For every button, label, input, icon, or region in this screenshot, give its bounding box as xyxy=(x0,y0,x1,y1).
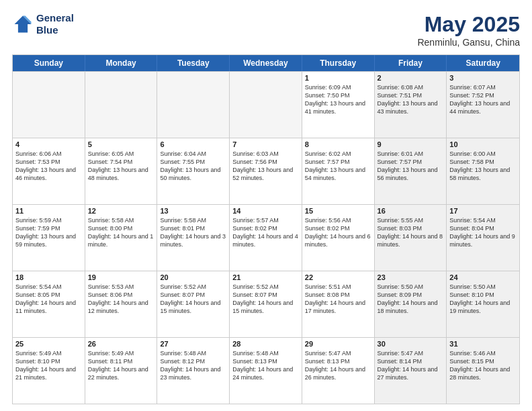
day-number: 29 xyxy=(305,340,371,348)
day-number: 26 xyxy=(88,340,154,348)
cell-info: Sunrise: 5:52 AMSunset: 8:07 PMDaylight:… xyxy=(160,283,226,316)
cell-info: Sunrise: 5:52 AMSunset: 8:07 PMDaylight:… xyxy=(232,283,299,316)
day-cell-3: 3Sunrise: 6:07 AMSunset: 7:52 PMDaylight… xyxy=(447,72,519,138)
header-day-friday: Friday xyxy=(375,55,447,71)
day-cell-7: 7Sunrise: 6:03 AMSunset: 7:56 PMDaylight… xyxy=(230,138,302,204)
day-number: 19 xyxy=(88,273,154,281)
day-number: 17 xyxy=(449,207,517,215)
day-number: 30 xyxy=(378,340,444,348)
cell-info: Sunrise: 5:49 AMSunset: 8:10 PMDaylight:… xyxy=(15,349,82,382)
page: General Blue May 2025 Renminlu, Gansu, C… xyxy=(0,0,532,411)
empty-cell xyxy=(157,72,230,138)
cell-info: Sunrise: 6:06 AMSunset: 7:53 PMDaylight:… xyxy=(15,150,82,183)
cell-info: Sunrise: 5:49 AMSunset: 8:11 PMDaylight:… xyxy=(88,349,154,382)
day-cell-5: 5Sunrise: 6:05 AMSunset: 7:54 PMDaylight… xyxy=(85,138,158,204)
day-number: 13 xyxy=(160,207,226,215)
day-cell-6: 6Sunrise: 6:04 AMSunset: 7:55 PMDaylight… xyxy=(157,138,230,204)
cell-info: Sunrise: 5:53 AMSunset: 8:06 PMDaylight:… xyxy=(88,283,154,316)
cell-info: Sunrise: 5:55 AMSunset: 8:03 PMDaylight:… xyxy=(378,216,444,249)
title-block: May 2025 Renminlu, Gansu, China xyxy=(417,12,520,48)
calendar-header-row: SundayMondayTuesdayWednesdayThursdayFrid… xyxy=(13,55,519,71)
day-cell-8: 8Sunrise: 6:02 AMSunset: 7:57 PMDaylight… xyxy=(302,138,375,204)
month-title: May 2025 xyxy=(417,12,520,37)
day-number: 5 xyxy=(88,140,154,148)
header-day-tuesday: Tuesday xyxy=(157,55,230,71)
cell-info: Sunrise: 6:04 AMSunset: 7:55 PMDaylight:… xyxy=(160,150,226,183)
cell-info: Sunrise: 5:59 AMSunset: 7:59 PMDaylight:… xyxy=(15,216,82,249)
cell-info: Sunrise: 5:47 AMSunset: 8:13 PMDaylight:… xyxy=(305,349,371,382)
day-cell-25: 25Sunrise: 5:49 AMSunset: 8:10 PMDayligh… xyxy=(13,338,85,404)
cell-info: Sunrise: 6:03 AMSunset: 7:56 PMDaylight:… xyxy=(232,150,299,183)
cell-info: Sunrise: 5:51 AMSunset: 8:08 PMDaylight:… xyxy=(305,283,371,316)
header-day-monday: Monday xyxy=(85,55,158,71)
cal-row-2: 11Sunrise: 5:59 AMSunset: 7:59 PMDayligh… xyxy=(13,204,519,271)
day-number: 9 xyxy=(378,140,444,148)
calendar-body: 1Sunrise: 6:09 AMSunset: 7:50 PMDaylight… xyxy=(13,71,519,404)
cell-info: Sunrise: 6:07 AMSunset: 7:52 PMDaylight:… xyxy=(449,83,517,116)
cal-row-1: 4Sunrise: 6:06 AMSunset: 7:53 PMDaylight… xyxy=(13,138,519,204)
day-cell-27: 27Sunrise: 5:48 AMSunset: 8:12 PMDayligh… xyxy=(157,338,230,404)
day-cell-23: 23Sunrise: 5:50 AMSunset: 8:09 PMDayligh… xyxy=(375,271,447,337)
day-number: 31 xyxy=(449,340,517,348)
cell-info: Sunrise: 5:46 AMSunset: 8:15 PMDaylight:… xyxy=(449,349,517,382)
day-cell-18: 18Sunrise: 5:54 AMSunset: 8:05 PMDayligh… xyxy=(13,271,85,337)
cell-info: Sunrise: 6:09 AMSunset: 7:50 PMDaylight:… xyxy=(305,83,371,116)
cell-info: Sunrise: 5:47 AMSunset: 8:14 PMDaylight:… xyxy=(378,349,444,382)
cell-info: Sunrise: 5:56 AMSunset: 8:02 PMDaylight:… xyxy=(305,216,371,249)
day-number: 14 xyxy=(232,207,299,215)
empty-cell xyxy=(230,72,302,138)
cell-info: Sunrise: 5:58 AMSunset: 8:01 PMDaylight:… xyxy=(160,216,226,249)
cell-info: Sunrise: 5:54 AMSunset: 8:04 PMDaylight:… xyxy=(449,216,517,249)
day-cell-20: 20Sunrise: 5:52 AMSunset: 8:07 PMDayligh… xyxy=(157,271,230,337)
day-number: 12 xyxy=(88,207,154,215)
cal-row-3: 18Sunrise: 5:54 AMSunset: 8:05 PMDayligh… xyxy=(13,271,519,337)
day-cell-2: 2Sunrise: 6:08 AMSunset: 7:51 PMDaylight… xyxy=(375,72,447,138)
day-number: 11 xyxy=(15,207,82,215)
day-cell-10: 10Sunrise: 6:00 AMSunset: 7:58 PMDayligh… xyxy=(447,138,519,204)
cal-row-4: 25Sunrise: 5:49 AMSunset: 8:10 PMDayligh… xyxy=(13,337,519,404)
day-number: 20 xyxy=(160,273,226,281)
header-day-sunday: Sunday xyxy=(13,55,85,71)
calendar: SundayMondayTuesdayWednesdayThursdayFrid… xyxy=(12,54,520,404)
cell-info: Sunrise: 5:50 AMSunset: 8:09 PMDaylight:… xyxy=(378,283,444,316)
day-cell-13: 13Sunrise: 5:58 AMSunset: 8:01 PMDayligh… xyxy=(157,205,230,271)
logo: General Blue xyxy=(12,12,74,36)
logo-icon xyxy=(12,13,34,35)
day-cell-31: 31Sunrise: 5:46 AMSunset: 8:15 PMDayligh… xyxy=(447,338,519,404)
header-day-thursday: Thursday xyxy=(302,55,375,71)
day-cell-21: 21Sunrise: 5:52 AMSunset: 8:07 PMDayligh… xyxy=(230,271,302,337)
day-number: 7 xyxy=(232,140,299,148)
day-number: 1 xyxy=(305,74,371,82)
day-cell-22: 22Sunrise: 5:51 AMSunset: 8:08 PMDayligh… xyxy=(302,271,375,337)
cell-info: Sunrise: 5:50 AMSunset: 8:10 PMDaylight:… xyxy=(449,283,517,316)
day-cell-11: 11Sunrise: 5:59 AMSunset: 7:59 PMDayligh… xyxy=(13,205,85,271)
day-number: 3 xyxy=(449,74,517,82)
header: General Blue May 2025 Renminlu, Gansu, C… xyxy=(12,12,520,48)
day-number: 16 xyxy=(378,207,444,215)
day-number: 8 xyxy=(305,140,371,148)
location-subtitle: Renminlu, Gansu, China xyxy=(417,37,520,48)
day-number: 28 xyxy=(232,340,299,348)
day-number: 2 xyxy=(378,74,444,82)
day-cell-4: 4Sunrise: 6:06 AMSunset: 7:53 PMDaylight… xyxy=(13,138,85,204)
empty-cell xyxy=(13,72,85,138)
cell-info: Sunrise: 6:08 AMSunset: 7:51 PMDaylight:… xyxy=(378,83,444,116)
day-cell-29: 29Sunrise: 5:47 AMSunset: 8:13 PMDayligh… xyxy=(302,338,375,404)
header-day-wednesday: Wednesday xyxy=(230,55,302,71)
cell-info: Sunrise: 6:01 AMSunset: 7:57 PMDaylight:… xyxy=(378,150,444,183)
cell-info: Sunrise: 5:54 AMSunset: 8:05 PMDaylight:… xyxy=(15,283,82,316)
cell-info: Sunrise: 5:58 AMSunset: 8:00 PMDaylight:… xyxy=(88,216,154,249)
day-cell-9: 9Sunrise: 6:01 AMSunset: 7:57 PMDaylight… xyxy=(375,138,447,204)
cell-info: Sunrise: 5:57 AMSunset: 8:02 PMDaylight:… xyxy=(232,216,299,249)
day-cell-24: 24Sunrise: 5:50 AMSunset: 8:10 PMDayligh… xyxy=(447,271,519,337)
header-day-saturday: Saturday xyxy=(447,55,519,71)
day-number: 10 xyxy=(449,140,517,148)
logo-text: General Blue xyxy=(36,12,74,36)
day-cell-30: 30Sunrise: 5:47 AMSunset: 8:14 PMDayligh… xyxy=(375,338,447,404)
day-cell-19: 19Sunrise: 5:53 AMSunset: 8:06 PMDayligh… xyxy=(85,271,158,337)
cell-info: Sunrise: 6:00 AMSunset: 7:58 PMDaylight:… xyxy=(449,150,517,183)
day-cell-15: 15Sunrise: 5:56 AMSunset: 8:02 PMDayligh… xyxy=(302,205,375,271)
cal-row-0: 1Sunrise: 6:09 AMSunset: 7:50 PMDaylight… xyxy=(13,71,519,138)
day-cell-14: 14Sunrise: 5:57 AMSunset: 8:02 PMDayligh… xyxy=(230,205,302,271)
day-number: 21 xyxy=(232,273,299,281)
